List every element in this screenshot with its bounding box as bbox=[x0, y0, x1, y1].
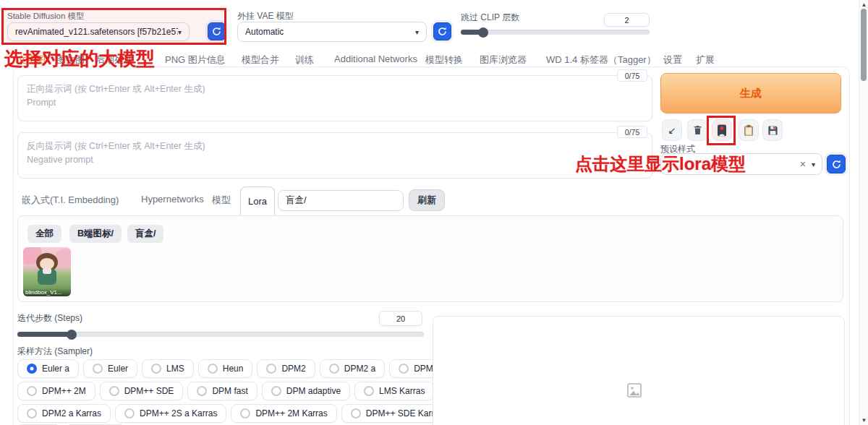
radio-icon bbox=[197, 386, 207, 396]
sampler-option-label: DPM2 bbox=[281, 364, 305, 374]
vae-refresh-button[interactable] bbox=[433, 22, 451, 40]
scroll-down-icon[interactable]: ▼ bbox=[859, 417, 868, 424]
sampler-option[interactable]: DPM++ SDE bbox=[100, 382, 184, 400]
sampler-option[interactable]: DPM2 bbox=[257, 359, 315, 378]
sampler-option-label: DPM++ 2M Karras bbox=[255, 408, 327, 418]
model-annotation-box bbox=[1, 8, 226, 45]
tab-checkpoint-merger[interactable]: 模型合并 bbox=[242, 53, 279, 66]
radio-icon bbox=[329, 364, 339, 374]
radio-icon bbox=[27, 386, 37, 396]
lora-annotation-box bbox=[707, 116, 736, 145]
generate-button[interactable]: 生成 bbox=[660, 73, 841, 113]
sampler-option[interactable]: Heun bbox=[198, 359, 253, 378]
filter-blindbox[interactable]: 盲盒/ bbox=[127, 225, 163, 243]
en-tab-checkpoints[interactable]: 模型 bbox=[212, 194, 231, 207]
en-tab-lora[interactable]: Lora bbox=[240, 186, 275, 215]
extra-networks-refresh-button[interactable]: 刷新 bbox=[409, 189, 445, 211]
radio-icon bbox=[364, 386, 374, 396]
radio-icon bbox=[351, 408, 361, 418]
page-scrollbar[interactable]: ▲ ▼ bbox=[859, 0, 868, 425]
refresh-icon bbox=[437, 26, 448, 37]
en-tab-hypernetworks[interactable]: Hypernetworks bbox=[141, 194, 204, 205]
radio-icon bbox=[27, 408, 37, 418]
tab-extensions[interactable]: 扩展 bbox=[696, 53, 715, 66]
sampler-option-label: LMS Karras bbox=[379, 386, 425, 396]
tab-model-convert[interactable]: 模型转换 bbox=[425, 53, 463, 66]
lora-card-blindbox[interactable]: blindbox_V1... bbox=[23, 247, 71, 296]
expand-arrow-button[interactable]: ↙ bbox=[662, 119, 682, 141]
tab-additional-networks[interactable]: Additional Networks bbox=[334, 53, 417, 64]
scroll-up-icon[interactable]: ▲ bbox=[859, 1, 868, 8]
refresh-icon bbox=[831, 159, 842, 170]
annotation-select-model: 选择对应的大模型 bbox=[4, 46, 155, 72]
prompt-placeholder-line2: Prompt bbox=[27, 96, 643, 110]
negative-placeholder-line2: Negative prompt bbox=[27, 153, 643, 167]
trash-icon bbox=[692, 124, 703, 136]
radio-icon bbox=[151, 364, 161, 374]
sampler-option[interactable]: DPM2 a bbox=[320, 359, 385, 378]
sampler-option-label: Euler a bbox=[42, 364, 69, 374]
radio-icon bbox=[399, 364, 409, 374]
save-style-button[interactable] bbox=[762, 119, 783, 141]
arrow-down-left-icon: ↙ bbox=[668, 125, 676, 136]
clip-skip-slider[interactable] bbox=[461, 30, 650, 35]
sampler-option-label: Heun bbox=[223, 364, 244, 374]
sampler-option-label: DPM2 a Karras bbox=[42, 408, 101, 418]
radio-icon bbox=[124, 408, 135, 418]
tab-png-info[interactable]: PNG 图片信息 bbox=[165, 53, 226, 66]
prompt-placeholder-line1: 正向提示词 (按 Ctrl+Enter 或 Alt+Enter 生成) bbox=[27, 82, 643, 96]
clear-icon[interactable]: × bbox=[800, 159, 806, 169]
sampler-option[interactable]: Euler a bbox=[17, 359, 79, 378]
radio-selected-icon bbox=[27, 364, 37, 374]
negative-prompt-input[interactable]: 反向提示词 (按 Ctrl+Enter 或 Alt+Enter 生成) Nega… bbox=[17, 132, 652, 179]
floppy-disk-icon bbox=[767, 125, 778, 136]
clip-skip-label: 跳过 CLIP 层数 bbox=[461, 12, 519, 24]
stable-diffusion-webui: Stable Diffusion 模型 revAnimated_v121.saf… bbox=[0, 0, 868, 425]
steps-slider[interactable] bbox=[17, 332, 424, 337]
prompt-input[interactable]: 正向提示词 (按 Ctrl+Enter 或 Alt+Enter 生成) Prom… bbox=[17, 75, 652, 121]
sampler-option[interactable]: DPM adaptive bbox=[262, 382, 350, 400]
thumb-art bbox=[43, 268, 51, 274]
negative-token-counter: 0/75 bbox=[617, 126, 647, 138]
sampler-option-label: DPM++ SDE bbox=[124, 386, 174, 396]
radio-icon bbox=[240, 408, 250, 418]
slider-knob[interactable] bbox=[67, 330, 77, 340]
vae-label: 外挂 VAE 模型 bbox=[237, 10, 294, 22]
sampler-option[interactable]: DPM fast bbox=[187, 382, 257, 400]
sampler-option[interactable]: LMS Karras bbox=[354, 382, 434, 400]
tab-settings[interactable]: 设置 bbox=[663, 53, 682, 66]
sampler-label: 采样方法 (Sampler) bbox=[17, 345, 93, 358]
sampler-option[interactable]: DPM++ 2S a Karras bbox=[115, 404, 226, 423]
slider-knob[interactable] bbox=[478, 27, 488, 38]
radio-icon bbox=[93, 364, 103, 374]
clear-prompt-button[interactable] bbox=[687, 119, 707, 141]
tab-image-browser[interactable]: 图库浏览器 bbox=[480, 53, 527, 66]
apply-style-button[interactable] bbox=[739, 119, 759, 141]
extra-networks-search-input[interactable]: 盲盒/ bbox=[278, 190, 404, 211]
radio-icon bbox=[271, 386, 281, 396]
styles-refresh-button[interactable] bbox=[827, 155, 846, 173]
en-tab-embedding[interactable]: 嵌入式(T.I. Embedding) bbox=[22, 194, 119, 207]
scrollbar-thumb[interactable] bbox=[861, 9, 867, 81]
vae-value: Automatic bbox=[245, 27, 284, 37]
sampler-option[interactable]: DPM++ 2M Karras bbox=[231, 404, 336, 423]
sampler-option[interactable]: Euler bbox=[83, 359, 137, 378]
steps-label: 迭代步数 (Steps) bbox=[17, 312, 82, 325]
lora-card-name: blindbox_V1... bbox=[23, 288, 71, 296]
prompt-token-counter: 0/75 bbox=[617, 69, 647, 82]
filter-all[interactable]: 全部 bbox=[27, 225, 61, 243]
sampler-option[interactable]: LMS bbox=[142, 359, 194, 378]
slider-fill bbox=[17, 332, 72, 337]
sampler-option[interactable]: DPM++ 2M bbox=[17, 382, 95, 400]
chevron-down-icon: ▾ bbox=[415, 28, 419, 36]
steps-value[interactable]: 20 bbox=[379, 311, 422, 326]
vae-dropdown[interactable]: Automatic ▾ bbox=[237, 22, 427, 42]
tab-train[interactable]: 训练 bbox=[295, 53, 314, 66]
filter-b-icons[interactable]: B端图标/ bbox=[69, 225, 122, 243]
clip-skip-value[interactable]: 2 bbox=[604, 13, 650, 27]
sampler-option[interactable]: DPM2 a Karras bbox=[17, 404, 111, 423]
radio-icon bbox=[208, 364, 218, 374]
tab-tagger[interactable]: WD 1.4 标签器（Tagger） bbox=[546, 53, 656, 66]
radio-icon bbox=[109, 386, 119, 396]
clipboard-icon bbox=[744, 124, 754, 137]
